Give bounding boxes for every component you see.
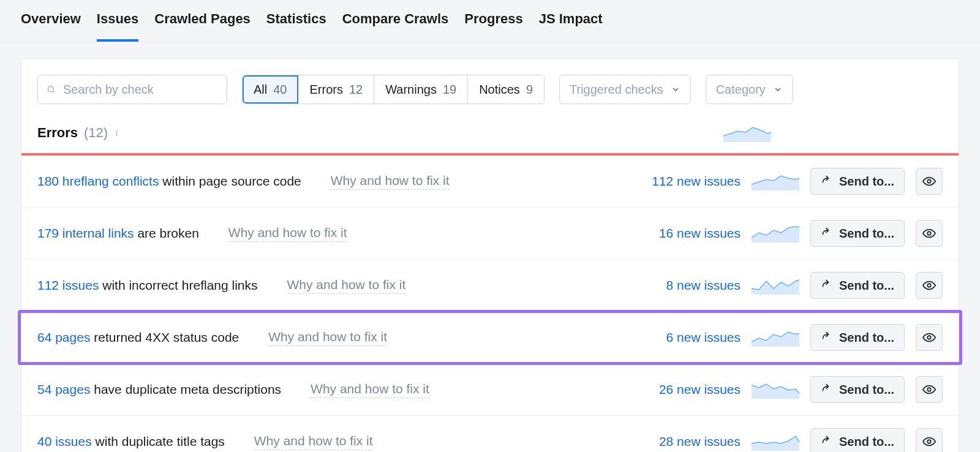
section-header: Errors (12) i <box>21 118 959 153</box>
hide-button[interactable] <box>916 168 943 195</box>
issue-link[interactable]: 40 issues <box>37 434 92 448</box>
issue-link[interactable]: 112 issues <box>37 278 99 292</box>
segment-count: 40 <box>273 83 287 97</box>
issue-text: 180 hreflang conflicts within page sourc… <box>37 174 301 189</box>
search-input[interactable] <box>63 83 218 97</box>
send-to-label: Send to... <box>839 435 894 449</box>
share-arrow-icon <box>821 279 833 292</box>
issue-link[interactable]: 64 pages <box>37 330 90 344</box>
issue-text: 179 internal links are broken <box>37 226 199 241</box>
send-to-label: Send to... <box>839 175 894 189</box>
tab-js-impact[interactable]: JS Impact <box>539 11 603 42</box>
new-issues-link[interactable]: 26 new issues <box>659 382 741 397</box>
row-sparkline <box>752 276 799 295</box>
segment-label: Errors <box>309 83 342 97</box>
top-nav: OverviewIssuesCrawled PagesStatisticsCom… <box>0 0 980 42</box>
segment-count: 12 <box>349 83 363 97</box>
eye-icon <box>922 175 936 188</box>
issue-rest: with duplicate title tags <box>92 434 225 448</box>
segment-errors[interactable]: Errors12 <box>298 75 374 104</box>
search-input-wrap[interactable] <box>37 75 227 104</box>
issue-rest: are broken <box>134 226 199 240</box>
segment-label: Warnings <box>385 83 437 97</box>
tab-statistics[interactable]: Statistics <box>266 11 326 42</box>
issue-link[interactable]: 180 hreflang conflicts <box>37 174 159 188</box>
svg-point-4 <box>927 284 931 287</box>
send-to-label: Send to... <box>839 331 894 345</box>
eye-icon <box>922 331 936 344</box>
row-sparkline <box>752 380 799 399</box>
eye-icon <box>922 383 936 396</box>
send-to-button[interactable]: Send to... <box>810 428 905 452</box>
eye-icon <box>922 227 936 240</box>
info-icon[interactable]: i <box>114 127 118 139</box>
row-sparkline <box>752 328 799 347</box>
issues-card: All40Errors12Warnings19Notices9 Triggere… <box>21 58 959 452</box>
tab-progress[interactable]: Progress <box>464 11 522 42</box>
why-how-link[interactable]: Why and how to fix it <box>331 173 450 190</box>
segment-label: Notices <box>479 83 520 97</box>
send-to-button[interactable]: Send to... <box>810 220 905 247</box>
new-issues-link[interactable]: 112 new issues <box>652 174 741 189</box>
send-to-button[interactable]: Send to... <box>810 324 905 351</box>
hide-button[interactable] <box>916 272 943 299</box>
why-how-link[interactable]: Why and how to fix it <box>268 330 387 346</box>
issue-rest: returned 4XX status code <box>90 330 239 344</box>
issue-link[interactable]: 54 pages <box>37 382 90 396</box>
segment-count: 19 <box>443 83 456 97</box>
tab-compare-crawls[interactable]: Compare Crawls <box>342 11 449 42</box>
new-issues-link[interactable]: 16 new issues <box>659 226 741 241</box>
send-to-button[interactable]: Send to... <box>810 272 905 299</box>
segment-warnings[interactable]: Warnings19 <box>374 75 468 104</box>
search-icon <box>47 83 56 96</box>
issue-text: 112 issues with incorrect hreflang links <box>37 278 258 293</box>
issues-list: 180 hreflang conflicts within page sourc… <box>21 156 959 452</box>
svg-line-1 <box>53 91 55 93</box>
issue-row: 112 issues with incorrect hreflang links… <box>21 260 959 312</box>
row-sparkline <box>752 432 799 451</box>
svg-point-5 <box>927 336 931 339</box>
chevron-down-icon <box>773 85 783 94</box>
new-issues-link[interactable]: 28 new issues <box>659 434 741 449</box>
issue-row: 54 pages have duplicate meta description… <box>21 364 959 416</box>
why-how-link[interactable]: Why and how to fix it <box>287 277 406 294</box>
issue-text: 54 pages have duplicate meta description… <box>37 382 281 397</box>
issue-link[interactable]: 179 internal links <box>37 226 134 240</box>
toolbar: All40Errors12Warnings19Notices9 Triggere… <box>21 59 959 118</box>
tab-overview[interactable]: Overview <box>21 11 81 42</box>
issue-text: 40 issues with duplicate title tags <box>37 434 225 449</box>
svg-point-6 <box>927 388 931 391</box>
why-how-link[interactable]: Why and how to fix it <box>311 382 429 398</box>
issue-text: 64 pages returned 4XX status code <box>37 330 239 345</box>
section-title: Errors <box>37 125 78 141</box>
hide-button[interactable] <box>916 428 943 452</box>
send-to-button[interactable]: Send to... <box>810 376 905 403</box>
new-issues-link[interactable]: 8 new issues <box>666 278 741 293</box>
eye-icon <box>922 279 936 292</box>
hide-button[interactable] <box>916 324 943 351</box>
tab-crawled-pages[interactable]: Crawled Pages <box>154 11 251 42</box>
new-issues-link[interactable]: 6 new issues <box>666 330 741 345</box>
tab-issues[interactable]: Issues <box>97 11 139 42</box>
share-arrow-icon <box>821 175 833 187</box>
section-count: (12) <box>84 125 108 141</box>
eye-icon <box>922 435 936 448</box>
send-to-button[interactable]: Send to... <box>810 168 905 195</box>
triggered-checks-dropdown[interactable]: Triggered checks <box>559 75 691 104</box>
issue-row: 180 hreflang conflicts within page sourc… <box>21 156 959 208</box>
send-to-label: Send to... <box>839 279 894 293</box>
why-how-link[interactable]: Why and how to fix it <box>254 434 373 450</box>
why-how-link[interactable]: Why and how to fix it <box>228 225 347 242</box>
hide-button[interactable] <box>916 220 943 247</box>
send-to-label: Send to... <box>839 383 894 397</box>
segment-notices[interactable]: Notices9 <box>468 75 544 104</box>
dropdown-label: Category <box>716 83 766 97</box>
issue-rest: have duplicate meta descriptions <box>90 382 281 396</box>
category-dropdown[interactable]: Category <box>706 75 793 104</box>
svg-point-3 <box>927 232 931 235</box>
segment-all[interactable]: All40 <box>243 75 298 104</box>
row-sparkline <box>752 172 799 190</box>
svg-point-7 <box>927 440 931 443</box>
hide-button[interactable] <box>916 376 943 403</box>
send-to-label: Send to... <box>839 227 894 241</box>
